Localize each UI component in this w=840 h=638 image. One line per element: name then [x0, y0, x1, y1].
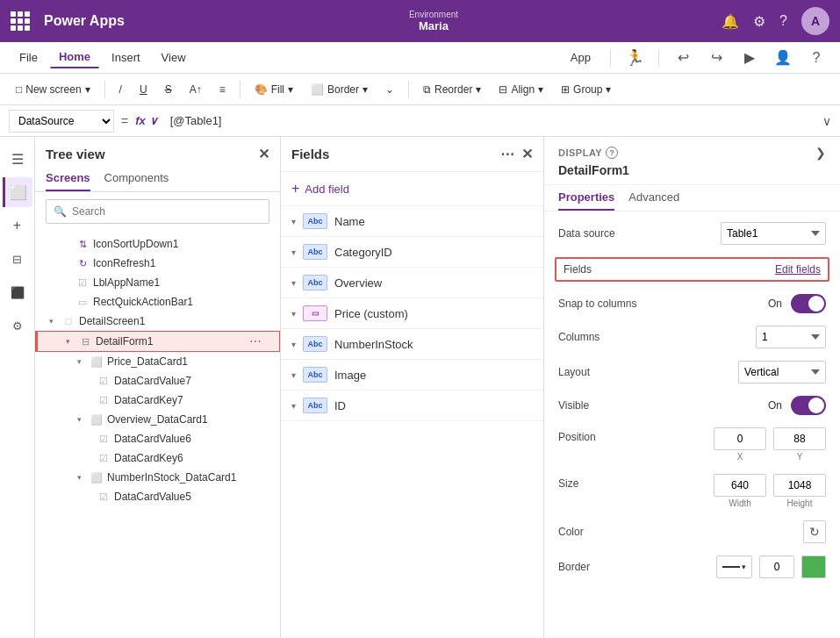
- menu-insert[interactable]: Insert: [103, 47, 149, 68]
- tree-item-overview-datacard1[interactable]: ▾ ⬜ Overview_DataCard1: [35, 410, 280, 429]
- formula-expand-icon[interactable]: ∨: [822, 114, 831, 128]
- border-controls: ▾: [716, 556, 826, 578]
- field-item-categoryid[interactable]: ▾ Abc CategoryID: [281, 237, 543, 268]
- fill-button[interactable]: 🎨 Fill ▾: [248, 77, 300, 102]
- prop-data-source: Data source Table1: [558, 222, 826, 245]
- sidebar-data-icon[interactable]: ⊟: [3, 244, 32, 274]
- formula-select[interactable]: DataSource: [9, 110, 114, 133]
- tree-item-rectquickactionbar1[interactable]: ▭ RectQuickActionBar1: [35, 292, 280, 312]
- fields-more-icon[interactable]: ⋯: [500, 146, 514, 162]
- menu-home[interactable]: Home: [50, 47, 99, 68]
- gear-icon[interactable]: ⚙: [753, 13, 765, 30]
- border-style-select[interactable]: ▾: [716, 556, 752, 578]
- border-icon: ⬜: [311, 83, 324, 96]
- sidebar-plus-icon[interactable]: +: [3, 211, 32, 240]
- snap-toggle[interactable]: [791, 294, 826, 313]
- tree-item-detailscreen1[interactable]: ▾ □ DetailScreen1: [35, 312, 280, 331]
- tree-tab-screens[interactable]: Screens: [46, 168, 90, 191]
- field-item-price[interactable]: ▾ ▭ Price (custom): [281, 298, 543, 329]
- search-input[interactable]: [72, 205, 262, 218]
- menu-app[interactable]: App: [562, 47, 599, 68]
- underline-button[interactable]: U: [133, 77, 154, 102]
- field-type-badge: ▭: [303, 305, 327, 321]
- align-items-button[interactable]: ⊟ Align ▾: [492, 77, 550, 102]
- text-format-button[interactable]: /: [112, 77, 129, 102]
- play-button[interactable]: ▶: [736, 45, 763, 71]
- field-item-id[interactable]: ▾ Abc ID: [281, 391, 543, 421]
- align-button[interactable]: ≡: [212, 77, 233, 102]
- width-input[interactable]: [714, 474, 766, 497]
- waffle-icon[interactable]: [11, 11, 30, 31]
- share-button[interactable]: 👤: [770, 45, 796, 71]
- edit-fields-link[interactable]: Edit fields: [775, 263, 821, 276]
- tree-item-iconrefresh1[interactable]: ↻ IconRefresh1: [35, 254, 280, 273]
- field-item-image[interactable]: ▾ Abc Image: [281, 360, 543, 391]
- layout-select[interactable]: Vertical: [738, 361, 826, 384]
- border-width-input[interactable]: [759, 556, 794, 578]
- tree-item-datacardkey6[interactable]: ☑ DataCardKey6: [35, 448, 280, 468]
- field-chevron-icon: ▾: [291, 340, 296, 349]
- tab-properties[interactable]: Properties: [558, 185, 614, 211]
- sidebar-treeview-icon[interactable]: ☰: [3, 144, 32, 174]
- tree-item-numberinstock-datacard1[interactable]: ▾ ⬜ NumberInStock_DataCard1: [35, 468, 280, 487]
- tree-tab-components[interactable]: Components: [104, 168, 169, 191]
- height-input[interactable]: [773, 474, 826, 497]
- visible-toggle[interactable]: [791, 396, 826, 415]
- undo-button[interactable]: ↩: [670, 45, 696, 71]
- sidebar-media-icon[interactable]: ⬛: [3, 277, 32, 307]
- input-icon: ☑: [97, 432, 111, 446]
- tree-item-datacardvalue6[interactable]: ☑ DataCardValue6: [35, 429, 280, 448]
- more-toolbar-button[interactable]: ⌄: [378, 77, 401, 102]
- props-expand-icon[interactable]: ❯: [815, 146, 826, 160]
- tree-item-datacardkey7[interactable]: ☑ DataCardKey7: [35, 391, 280, 410]
- menu-file[interactable]: File: [11, 47, 47, 68]
- fields-close-icon[interactable]: ✕: [521, 146, 533, 162]
- menu-view[interactable]: View: [153, 47, 195, 68]
- prop-border: Border ▾: [558, 556, 826, 578]
- border-color-swatch[interactable]: [801, 556, 826, 578]
- person-run-icon[interactable]: 🏃: [621, 45, 648, 71]
- new-screen-button[interactable]: □ New screen ▾: [9, 77, 97, 102]
- field-item-numberinstock[interactable]: ▾ Abc NumberInStock: [281, 329, 543, 360]
- tree-item-datacardvalue7[interactable]: ☑ DataCardValue7: [35, 371, 280, 391]
- redo-button[interactable]: ↪: [703, 45, 729, 71]
- tree-close-icon[interactable]: ✕: [258, 146, 269, 162]
- tree-item-datacardvalue5[interactable]: ☑ DataCardValue5: [35, 487, 280, 506]
- bell-icon[interactable]: 🔔: [722, 13, 739, 30]
- reorder-button[interactable]: ⧉ Reorder ▾: [416, 77, 488, 102]
- font-size-button[interactable]: A↑: [183, 77, 209, 102]
- formula-input[interactable]: [165, 110, 815, 133]
- border-toolbar-button[interactable]: ⬜ Border ▾: [304, 77, 375, 102]
- avatar[interactable]: A: [801, 7, 829, 35]
- position-x-input[interactable]: [714, 427, 766, 450]
- input-icon: ☑: [97, 393, 111, 407]
- help-menu-icon[interactable]: ?: [803, 45, 829, 71]
- separator3: [408, 81, 409, 98]
- sidebar-tools-icon[interactable]: ⚙: [3, 311, 32, 341]
- data-source-select[interactable]: Table1: [721, 222, 826, 245]
- props-tabs: Properties Advanced: [544, 185, 840, 211]
- strikethrough-button[interactable]: S: [158, 77, 179, 102]
- formula-fx-button[interactable]: fx ∨: [135, 114, 158, 127]
- add-field-button[interactable]: + Add field: [281, 172, 543, 206]
- tree-panel: Tree view ✕ Screens Components 🔍 ⇅ IconS…: [35, 137, 281, 638]
- color-refresh-button[interactable]: ↻: [803, 520, 826, 543]
- tab-advanced[interactable]: Advanced: [628, 185, 679, 211]
- group-button[interactable]: ⊞ Group ▾: [554, 77, 618, 102]
- menu-right: App 🏃 ↩ ↪ ▶ 👤 ?: [562, 45, 829, 71]
- help-icon[interactable]: ?: [779, 13, 787, 29]
- fields-label: Fields: [564, 263, 634, 276]
- tree-item-label: IconSortUpDown1: [93, 238, 269, 250]
- tree-item-price-datacard1[interactable]: ▾ ⬜ Price_DataCard1: [35, 352, 280, 371]
- visible-on-label: On: [768, 399, 782, 412]
- tree-item-lblappname1[interactable]: ☑ LblAppName1: [35, 273, 280, 292]
- position-y-input[interactable]: [773, 427, 826, 450]
- more-options-icon[interactable]: ⋯: [249, 334, 269, 348]
- datacard-icon: ⬜: [90, 412, 104, 427]
- field-item-overview[interactable]: ▾ Abc Overview: [281, 268, 543, 298]
- tree-item-detailform1[interactable]: ▾ ⊟ DetailForm1 ⋯: [35, 331, 280, 352]
- sidebar-screens-icon[interactable]: ⬜: [3, 177, 32, 207]
- tree-item-iconsortupdown1[interactable]: ⇅ IconSortUpDown1: [35, 234, 280, 254]
- columns-select[interactable]: 1: [756, 326, 826, 348]
- field-item-name[interactable]: ▾ Abc Name: [281, 206, 543, 237]
